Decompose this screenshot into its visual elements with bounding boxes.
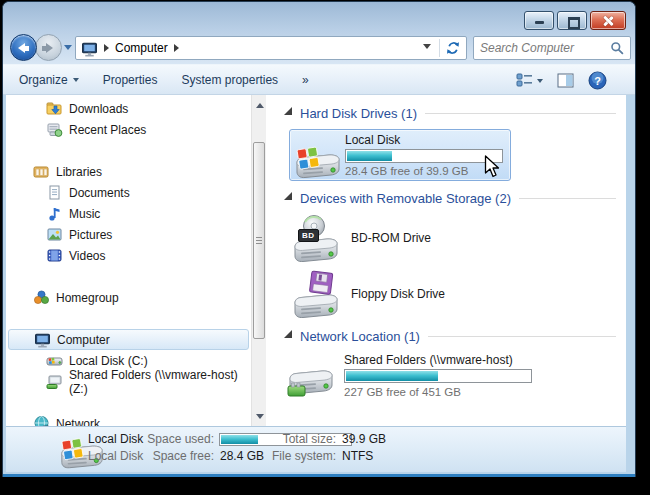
group-rule	[428, 336, 616, 337]
sidebar-item-documents[interactable]: Documents	[6, 182, 251, 203]
sidebar-item-libraries[interactable]: Libraries	[6, 161, 251, 182]
sidebar-item-label: Shared Folders (\\vmware-host) (Z:)	[69, 368, 251, 396]
sidebar-item-computer[interactable]: Computer	[8, 329, 249, 350]
recent-pages-dropdown[interactable]	[64, 45, 72, 54]
group-header-removable-storage[interactable]: Devices with Removable Storage (2)	[284, 190, 616, 206]
close-button[interactable]	[590, 11, 626, 30]
bd-rom-drive-item[interactable]: BD BD-ROM Drive	[291, 213, 431, 263]
shared-folders-item[interactable]: Shared Folders (\\vmware-host) 227 GB fr…	[286, 351, 606, 411]
address-dropdown-icon[interactable]	[423, 44, 431, 53]
group-title: Network Location (1)	[300, 329, 420, 344]
system-properties-label: System properties	[181, 73, 278, 87]
network-drive-icon	[286, 353, 334, 401]
details-pane: Local Disk Local Disk Space used: Space …	[6, 426, 626, 472]
network-icon	[33, 415, 50, 426]
capacity-meter	[345, 149, 503, 163]
back-arrow-icon	[18, 43, 25, 53]
properties-label: Properties	[103, 73, 158, 87]
free-space-text: 28.4 GB free of 39.9 GB	[345, 165, 468, 177]
collapse-group-icon[interactable]	[284, 107, 292, 115]
network-drive-icon	[46, 373, 63, 390]
refresh-button[interactable]	[440, 37, 466, 59]
drive-name: Floppy Disk Drive	[351, 287, 445, 301]
group-rule	[519, 198, 616, 199]
drive-name: BD-ROM Drive	[351, 231, 431, 245]
svg-text:?: ?	[594, 75, 601, 87]
navigation-bar: Computer Search Computer	[3, 33, 635, 63]
forward-arrow-icon	[46, 43, 53, 53]
sidebar-item-videos[interactable]: Videos	[6, 245, 251, 266]
capacity-meter-fill	[346, 371, 438, 381]
help-button[interactable]: ?	[588, 71, 607, 90]
maximize-button[interactable]	[557, 11, 587, 30]
homegroup-icon	[33, 289, 50, 306]
minimize-icon	[535, 21, 544, 24]
hard-disk-icon	[293, 134, 341, 182]
group-header-hard-disk-drives[interactable]: Hard Disk Drives (1)	[284, 105, 616, 121]
file-system-value: NTFS	[342, 449, 373, 463]
scrollbar-thumb[interactable]	[253, 142, 265, 339]
space-used-label: Space used:	[126, 432, 214, 446]
chevron-down-icon	[73, 78, 79, 85]
search-input[interactable]: Search Computer	[473, 36, 631, 60]
help-icon: ?	[588, 71, 607, 90]
sidebar-item-downloads[interactable]: Downloads	[6, 98, 251, 119]
sidebar-item-label: Computer	[57, 333, 110, 347]
command-toolbar: Organize Properties System properties »	[3, 64, 635, 95]
explorer-window: Computer Search Computer	[2, 1, 636, 477]
sidebar-item-label: Documents	[69, 186, 130, 200]
sidebar-item-label: Videos	[69, 249, 105, 263]
drive-name: Shared Folders (\\vmware-host)	[344, 353, 513, 367]
change-view-button[interactable]	[516, 73, 543, 88]
capacity-meter	[344, 369, 532, 383]
sidebar-item-music[interactable]: Music	[6, 203, 251, 224]
files-pane: Hard Disk Drives (1) Local Disk 28.4 GB …	[266, 95, 626, 426]
refresh-icon	[445, 40, 461, 56]
videos-icon	[46, 247, 63, 264]
forward-button[interactable]	[35, 34, 62, 61]
recent-places-icon	[46, 121, 63, 138]
minimize-button[interactable]	[524, 11, 554, 30]
computer-icon	[34, 331, 51, 348]
local-disk-item[interactable]: Local Disk 28.4 GB free of 39.9 GB	[289, 129, 511, 181]
search-icon[interactable]	[610, 41, 624, 55]
collapse-group-icon[interactable]	[284, 330, 292, 338]
total-size-value: 39.9 GB	[342, 432, 386, 446]
sidebar-item-label: Network	[56, 417, 100, 427]
libraries-icon	[33, 163, 50, 180]
pictures-icon	[46, 226, 63, 243]
capacity-meter-fill	[221, 435, 258, 444]
floppy-disk-icon	[291, 270, 339, 318]
more-commands-label: »	[302, 73, 309, 87]
sidebar-item-label: Pictures	[69, 228, 112, 242]
sidebar-item-recent-places[interactable]: Recent Places	[6, 119, 251, 140]
sidebar-item-pictures[interactable]: Pictures	[6, 224, 251, 245]
breadcrumb-computer[interactable]: Computer	[115, 41, 168, 55]
preview-pane-button[interactable]	[557, 73, 574, 88]
navigation-pane: Downloads Recent Places	[6, 95, 251, 426]
properties-button[interactable]: Properties	[103, 73, 158, 87]
sidebar-item-network[interactable]: Network	[6, 413, 251, 426]
address-bar[interactable]: Computer	[75, 36, 467, 60]
floppy-disk-drive-item[interactable]: Floppy Disk Drive	[291, 269, 445, 319]
mouse-cursor	[484, 155, 501, 179]
group-rule	[425, 113, 616, 114]
organize-menu[interactable]: Organize	[19, 73, 79, 87]
more-commands-button[interactable]: »	[302, 73, 309, 87]
system-properties-button[interactable]: System properties	[181, 73, 278, 87]
search-placeholder: Search Computer	[480, 41, 610, 55]
file-system-label: File system:	[264, 449, 336, 463]
sidebar-item-homegroup[interactable]: Homegroup	[6, 287, 251, 308]
triangle-up-icon	[256, 99, 264, 108]
sidebar-scrollbar[interactable]	[251, 95, 266, 426]
space-free-value: 28.4 GB	[220, 449, 264, 463]
breadcrumb-separator-icon[interactable]	[174, 44, 179, 52]
scroll-up-button[interactable]	[252, 95, 267, 111]
group-header-network-location[interactable]: Network Location (1)	[284, 328, 616, 344]
sidebar-item-label: Music	[69, 207, 100, 221]
back-button[interactable]	[10, 34, 37, 61]
sidebar-item-shared-folders-z[interactable]: Shared Folders (\\vmware-host) (Z:)	[6, 371, 251, 392]
scroll-down-button[interactable]	[252, 410, 267, 426]
capacity-meter-fill	[347, 151, 392, 161]
collapse-group-icon[interactable]	[284, 192, 292, 200]
